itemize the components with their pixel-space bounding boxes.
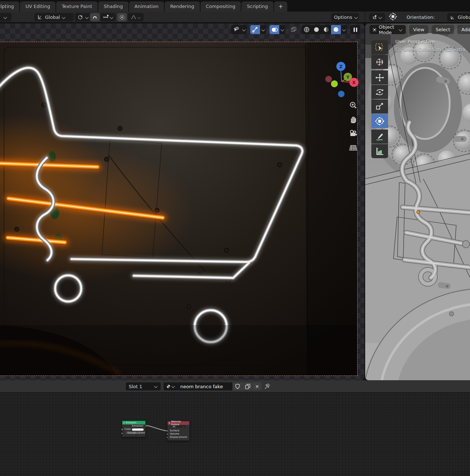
proportional-falloff-dropdown[interactable]: [128, 13, 144, 21]
pivot-point-dropdown[interactable]: [75, 13, 92, 21]
navigation-gizmo[interactable]: Z Y X: [321, 61, 361, 98]
transform-orientation-dropdown[interactable]: Global: [34, 13, 74, 21]
new-material-button[interactable]: [243, 382, 252, 390]
axis-z-label: Z: [339, 64, 343, 69]
chevron-down-icon: [354, 16, 358, 19]
shading-dropdown[interactable]: [341, 25, 347, 34]
material-name-field[interactable]: neom branco fake: [177, 382, 232, 390]
target-dropdown[interactable]: All⌄: [171, 425, 186, 428]
material-slot-dropdown[interactable]: Slot 1: [126, 382, 161, 390]
axis-neg-x[interactable]: [325, 76, 332, 82]
add-workspace-button[interactable]: +: [274, 1, 288, 12]
selectability-visibility-button[interactable]: [231, 25, 241, 34]
menu-view[interactable]: View: [409, 25, 428, 34]
orientation-axes-icon: [450, 15, 455, 20]
shield-icon: [235, 383, 240, 389]
pin-button[interactable]: [264, 383, 271, 391]
tab-shading[interactable]: Shading: [98, 1, 128, 12]
active-tool-dropdown[interactable]: [369, 13, 385, 21]
snap-target-dropdown[interactable]: [100, 13, 116, 21]
active-collection-label: (2) Scene Collection | luz extra: [395, 47, 465, 52]
strength-input-socket[interactable]: [121, 432, 123, 434]
axis-neg-y[interactable]: [331, 81, 338, 87]
magnet-icon: [92, 15, 98, 20]
orientation-dropdown-label: Global: [45, 15, 60, 20]
slot-label: Slot 1: [129, 384, 142, 389]
tool-measure[interactable]: [371, 144, 388, 158]
tab-texture-paint[interactable]: Texture Paint: [56, 1, 98, 12]
unlink-material-button[interactable]: ✕: [253, 382, 261, 390]
node-material-output[interactable]: Material Output All⌄ Surface Volume: [167, 421, 190, 441]
tool-transform[interactable]: [371, 114, 388, 128]
snap-increment-icon: [103, 15, 109, 20]
snap-toggle[interactable]: [90, 13, 100, 21]
color-input-socket[interactable]: [121, 428, 123, 430]
emission-color-row: Color: [122, 428, 145, 431]
node-emission[interactable]: Emission Emission Color Strength 12.000: [122, 420, 146, 437]
render-border: [0, 42, 358, 376]
zoom-in-button[interactable]: [348, 100, 359, 111]
node-output-header[interactable]: Material Output: [168, 421, 189, 425]
tab-sculpting[interactable]: ulpting: [0, 1, 19, 12]
main-area: Z Y X: [0, 24, 470, 380]
material-browse-dropdown[interactable]: [164, 382, 178, 390]
perspective-label: User Perspective: [395, 39, 465, 44]
shader-node-editor[interactable]: Slot 1 neom branco fake: [0, 380, 470, 476]
chevron-down-icon: [172, 385, 175, 388]
tool-select-box[interactable]: [371, 40, 388, 54]
object-origin-dot: [417, 211, 420, 214]
displacement-input-socket[interactable]: [166, 436, 168, 438]
volume-input-socket[interactable]: [166, 433, 168, 435]
proportional-editing-toggle[interactable]: [117, 13, 127, 21]
mode-dropdown[interactable]: Object Mode: [370, 25, 406, 34]
shading-rendered-button[interactable]: [331, 25, 341, 34]
shading-material-button[interactable]: [321, 25, 331, 34]
tab-uv-editing[interactable]: UV Editing: [20, 1, 55, 12]
output-target-row: All⌄: [168, 425, 189, 429]
tool-rotate[interactable]: [371, 85, 388, 99]
shading-solid-button[interactable]: [312, 25, 321, 34]
tool-orientation-dropdown[interactable]: Global: [447, 13, 470, 21]
node-canvas[interactable]: Emission Emission Color Strength 12.000: [0, 393, 470, 476]
chevron-down-icon: [85, 16, 89, 19]
emission-strength-row: Strength 12.000: [122, 431, 145, 435]
collapse-icon[interactable]: [169, 422, 170, 424]
pause-render-button[interactable]: [350, 25, 360, 34]
chevron-down-icon: [154, 385, 158, 388]
axis-neg-z[interactable]: [338, 91, 345, 97]
pan-hand-button[interactable]: [348, 114, 359, 125]
tool-annotate[interactable]: [371, 130, 388, 144]
camera-view-button[interactable]: [348, 128, 359, 139]
options-dropdown[interactable]: Options: [331, 13, 359, 21]
mode-dropdown-clipped[interactable]: [0, 13, 12, 21]
mode-label: Object Mode: [379, 24, 397, 35]
tab-compositing[interactable]: Compositing: [201, 1, 241, 12]
overlays-dropdown[interactable]: [279, 25, 285, 34]
color-swatch[interactable]: [132, 428, 144, 431]
rendered-scene: [0, 42, 358, 376]
gizmos-dropdown[interactable]: [260, 25, 266, 34]
viewport-solid[interactable]: Object Mode View Select Add User Perspec…: [365, 24, 470, 380]
tab-animation[interactable]: Animation: [129, 1, 164, 12]
strength-field[interactable]: Strength 12.000: [126, 431, 142, 434]
viewport-rendered[interactable]: Z Y X: [0, 24, 364, 380]
emission-output-socket[interactable]: [145, 425, 147, 427]
tab-rendering[interactable]: Rendering: [165, 1, 199, 12]
surface-input-socket[interactable]: [166, 430, 168, 432]
tab-scripting[interactable]: Scripting: [242, 1, 273, 12]
collapse-icon[interactable]: [124, 422, 125, 423]
overlays-toggle[interactable]: [269, 25, 279, 34]
shading-wireframe-button[interactable]: [302, 25, 312, 34]
chevron-down-icon: [379, 16, 382, 19]
menu-add[interactable]: Add: [457, 25, 470, 34]
xray-toggle[interactable]: [289, 25, 298, 34]
tool-scale[interactable]: [371, 99, 388, 114]
menu-select[interactable]: Select: [432, 25, 454, 34]
ortho-grid-button[interactable]: [348, 142, 359, 153]
selectability-dropdown[interactable]: [241, 25, 247, 34]
tool-cursor[interactable]: [371, 55, 388, 69]
fake-user-button[interactable]: [232, 382, 242, 390]
gizmos-toggle[interactable]: [250, 25, 260, 34]
node-emission-header[interactable]: Emission: [122, 421, 145, 424]
tool-move[interactable]: [371, 70, 388, 85]
